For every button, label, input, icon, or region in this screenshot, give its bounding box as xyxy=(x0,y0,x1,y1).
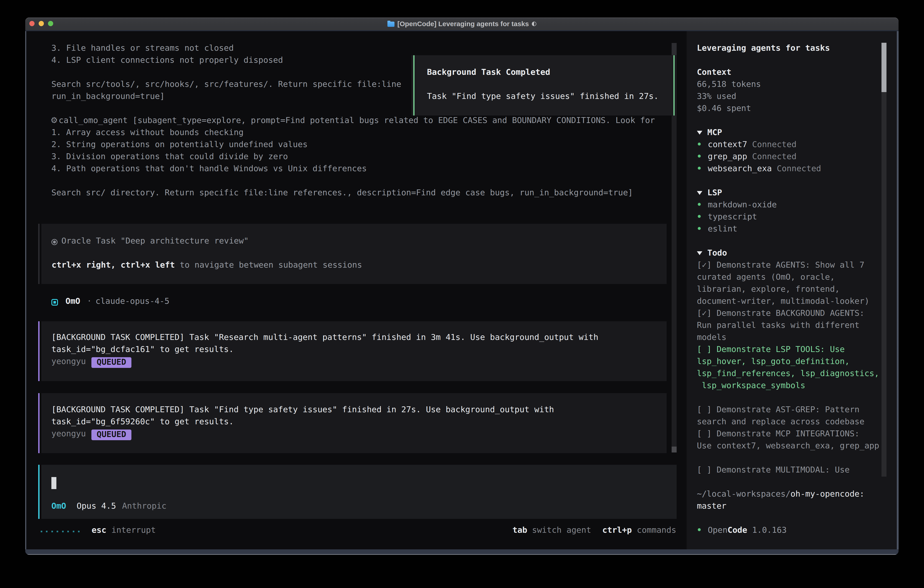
toast-left-border xyxy=(413,55,414,116)
esc-action-hint: interrupt xyxy=(111,525,156,537)
session-title: Leveraging agents for tasks xyxy=(697,43,830,55)
mcp-section-header[interactable]: MCP xyxy=(697,127,722,140)
todo-line: search and replace across codebase xyxy=(697,417,865,429)
toast-notification[interactable] xyxy=(411,55,676,116)
todo-line: lsp_hover, lsp_goto_definition, xyxy=(697,357,850,368)
mcp-item: grep_app Connected xyxy=(697,152,797,164)
brand-dim: Open xyxy=(708,525,728,535)
input-agent-name: OmO xyxy=(51,501,66,513)
task-message-text: task_id="bg_6f59260c" to get results. xyxy=(51,417,234,429)
todo-line: [ ] Demonstrate LSP TOOLS: Use xyxy=(697,345,845,357)
mcp-item-status: Connected xyxy=(752,152,797,161)
window-titlebar[interactable]: [OpenCode] Leveraging agents for tasks xyxy=(25,18,899,30)
context-tokens: 66,518 tokens xyxy=(697,79,761,91)
status-dot-icon xyxy=(698,215,701,218)
window-right-edge xyxy=(897,31,899,549)
terminal-line: 4. Path operations that don't handle Win… xyxy=(51,164,367,176)
triangle-down-icon xyxy=(697,131,702,135)
task-message-text: [BACKGROUND TASK COMPLETED] Task "Find t… xyxy=(51,405,554,417)
agent-name: OmO xyxy=(66,296,80,308)
todo-section-header[interactable]: Todo xyxy=(697,248,727,260)
toast-right-border xyxy=(673,55,675,116)
spinner-dot xyxy=(73,531,74,532)
oracle-task-card[interactable] xyxy=(41,224,667,284)
status-dot-icon xyxy=(698,227,701,230)
status-dot-icon xyxy=(698,203,701,206)
oracle-shortcut-keys: ctrl+x right, ctrl+x left xyxy=(52,260,175,269)
ctrlp-key-hint: ctrl+p xyxy=(602,525,632,537)
triangle-down-icon xyxy=(697,191,702,195)
workspace-branch: master xyxy=(697,501,726,513)
terminal-line: 2. String operations on potentially unde… xyxy=(51,140,308,152)
lsp-item: markdown-oxide xyxy=(697,200,777,212)
spinner-dot xyxy=(67,531,69,532)
terminal-line: run_in_background=true] xyxy=(51,91,165,104)
agent-separator: · xyxy=(87,296,92,308)
spinner-dot xyxy=(57,531,58,532)
context-heading: Context xyxy=(697,67,731,79)
spinner-dot xyxy=(62,531,64,532)
terminal-line: Search src/ directory. Return specific f… xyxy=(51,188,633,200)
desktop: [OpenCode] Leveraging agents for tasks 3… xyxy=(0,0,924,588)
lsp-item: eslint xyxy=(697,224,738,236)
task-author: yeongyu xyxy=(51,429,86,441)
context-spent: $0.46 spent xyxy=(697,104,751,116)
mcp-item-name: websearch_exa xyxy=(708,164,772,173)
todo-line: [✓] Demonstrate BACKGROUND AGENTS: xyxy=(697,308,865,320)
queued-badge: QUEUED xyxy=(91,429,131,440)
tab-action-hint: switch agent xyxy=(532,525,591,537)
mcp-item-status: Connected xyxy=(752,140,797,149)
chat-scrollbar-thumb[interactable] xyxy=(672,447,676,453)
todo-line: lsp_workspace_symbols xyxy=(697,381,805,393)
agent-model: claude-opus-4-5 xyxy=(96,296,169,308)
task-message-text: [BACKGROUND TASK COMPLETED] Task "Resear… xyxy=(51,332,599,345)
mcp-item-status: Connected xyxy=(777,164,821,173)
prompt-input-border xyxy=(38,465,40,519)
folder-icon xyxy=(388,21,394,27)
todo-line: models xyxy=(697,332,726,345)
terminal-line: 3. File handles or streams not closed xyxy=(51,43,234,55)
oracle-task-card-border xyxy=(38,224,40,284)
version-line: OpenCode 1.0.163 xyxy=(697,525,787,537)
workspace-project-name: oh-my-opencode: xyxy=(790,489,865,499)
mcp-item-name: context7 xyxy=(708,140,747,149)
status-dot-icon xyxy=(698,142,701,145)
triangle-down-icon xyxy=(697,251,702,255)
terminal-line: 4. LSP client connections not properly d… xyxy=(51,55,283,67)
window-title-text: [OpenCode] Leveraging agents for tasks xyxy=(398,20,529,28)
text-cursor xyxy=(51,477,56,489)
status-dot-icon xyxy=(698,155,701,158)
task-message-text: task_id="bg_dcfac161" to get results. xyxy=(51,345,234,357)
tool-call-line: call_omo_agent [subagent_type=explore, p… xyxy=(59,116,655,127)
oracle-task-title: Oracle Task "Deep architecture review" xyxy=(61,236,249,248)
input-model: Opus 4.5 xyxy=(77,501,116,513)
workspace-path: ~/local-workspaces/oh-my-opencode: xyxy=(697,489,865,501)
esc-key-hint: esc xyxy=(92,525,106,537)
task-author: yeongyu xyxy=(51,357,86,368)
toast-body: Task "Find type safety issues" finished … xyxy=(427,91,659,104)
mcp-item: context7 Connected xyxy=(697,140,797,152)
terminal-line: 1. Array access without bounds checking xyxy=(51,127,244,140)
sidebar-scrollbar-track[interactable] xyxy=(881,43,886,477)
toast-title: Background Task Completed xyxy=(427,67,550,79)
todo-line: [ ] Demonstrate MCP INTEGRATIONS: xyxy=(697,429,860,441)
todo-line: lsp_find_references, lsp_diagnostics, xyxy=(697,368,879,381)
chat-scrollbar-top-segment[interactable] xyxy=(672,43,676,55)
terminal-line: Search src/tools/, src/hooks/, src/featu… xyxy=(51,79,401,91)
task-message-border xyxy=(38,321,40,381)
version-number: 1.0.163 xyxy=(752,525,787,535)
mcp-item: websearch_exa Connected xyxy=(697,164,821,176)
agent-icon xyxy=(51,299,58,306)
lsp-item: typescript xyxy=(697,212,757,224)
todo-line: [ ] Demonstrate AST-GREP: Pattern xyxy=(697,405,860,417)
todo-line: document-writer, multimodal-looker) xyxy=(697,296,870,308)
lsp-item-name: eslint xyxy=(708,224,738,233)
spinner-dot xyxy=(78,531,79,532)
sidebar-scrollbar-thumb[interactable] xyxy=(881,43,886,92)
todo-line: [ ] Demonstrate MULTIMODAL: Use xyxy=(697,465,850,477)
lsp-section-header[interactable]: LSP xyxy=(697,188,722,200)
window-title: [OpenCode] Leveraging agents for tasks xyxy=(25,18,899,30)
terminal-line: 3. Division operations that could divide… xyxy=(51,152,288,164)
queued-badge: QUEUED xyxy=(91,357,131,368)
ctrlp-action-hint: commands xyxy=(637,525,676,537)
